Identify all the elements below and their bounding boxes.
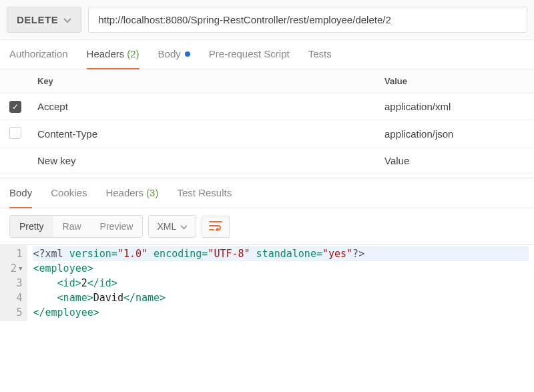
format-label: XML bbox=[157, 221, 176, 232]
header-row: Content-Type application/json bbox=[0, 120, 534, 148]
code-line: </employee> bbox=[33, 305, 529, 320]
header-value-cell[interactable]: application/json bbox=[376, 120, 534, 148]
code-line: <name>David</name> bbox=[33, 290, 529, 305]
body-dirty-indicator bbox=[185, 51, 190, 57]
code-source: <?xml version="1.0" encoding="UTF-8" sta… bbox=[27, 245, 534, 321]
code-line: <employee> bbox=[33, 261, 529, 276]
new-value-input[interactable]: Value bbox=[376, 148, 534, 174]
tab-response-tests[interactable]: Test Results bbox=[177, 178, 232, 208]
response-headers-count-badge: (3) bbox=[146, 187, 158, 198]
pretty-button[interactable]: Pretty bbox=[10, 216, 53, 237]
header-value-cell[interactable]: application/xml bbox=[376, 93, 534, 120]
headers-table: Key Value ✓ Accept application/xml Conte… bbox=[0, 69, 534, 174]
response-body-viewer[interactable]: 1 2▼ 3 4 5 <?xml version="1.0" encoding=… bbox=[0, 245, 534, 321]
tab-response-body[interactable]: Body bbox=[9, 178, 32, 208]
raw-button[interactable]: Raw bbox=[53, 216, 91, 237]
new-key-input[interactable]: New key bbox=[29, 148, 376, 174]
header-key-cell[interactable]: Accept bbox=[29, 93, 376, 120]
wrap-icon bbox=[209, 220, 222, 233]
response-toolbar: Pretty Raw Preview XML bbox=[0, 208, 534, 245]
header-row: ✓ Accept application/xml bbox=[0, 93, 534, 120]
tab-body[interactable]: Body bbox=[158, 40, 190, 69]
response-tabs: Body Cookies Headers (3) Test Results bbox=[0, 178, 534, 208]
fold-icon[interactable]: ▼ bbox=[19, 261, 22, 276]
wrap-lines-button[interactable] bbox=[202, 216, 230, 238]
col-value-header: Value bbox=[376, 69, 534, 93]
code-line: <?xml version="1.0" encoding="UTF-8" sta… bbox=[33, 246, 529, 261]
tab-authorization[interactable]: Authorization bbox=[9, 40, 68, 69]
line-gutter: 1 2▼ 3 4 5 bbox=[0, 245, 27, 321]
request-bar: DELETE bbox=[0, 0, 534, 40]
chevron-down-icon bbox=[63, 14, 71, 25]
header-enable-checkbox[interactable] bbox=[9, 127, 21, 139]
header-enable-checkbox[interactable]: ✓ bbox=[9, 101, 21, 113]
tab-prerequest[interactable]: Pre-request Script bbox=[209, 40, 290, 69]
code-line: <id>2</id> bbox=[33, 276, 529, 290]
headers-count-badge: (2) bbox=[127, 48, 139, 59]
tab-response-headers[interactable]: Headers (3) bbox=[105, 178, 158, 208]
view-mode-segment: Pretty Raw Preview bbox=[9, 215, 143, 238]
http-method-dropdown[interactable]: DELETE bbox=[7, 7, 81, 33]
tab-response-cookies[interactable]: Cookies bbox=[51, 178, 87, 208]
http-method-label: DELETE bbox=[17, 14, 58, 25]
col-checkbox-header bbox=[0, 69, 29, 93]
header-row-new: New key Value bbox=[0, 148, 534, 174]
header-key-cell[interactable]: Content-Type bbox=[29, 120, 376, 148]
url-input[interactable] bbox=[88, 7, 527, 33]
preview-button[interactable]: Preview bbox=[91, 216, 143, 237]
request-tabs: Authorization Headers (2) Body Pre-reque… bbox=[0, 40, 534, 69]
tab-tests[interactable]: Tests bbox=[308, 40, 332, 69]
col-key-header: Key bbox=[29, 69, 376, 93]
chevron-down-icon bbox=[180, 221, 188, 232]
tab-headers[interactable]: Headers (2) bbox=[87, 40, 140, 69]
format-dropdown[interactable]: XML bbox=[148, 215, 196, 238]
